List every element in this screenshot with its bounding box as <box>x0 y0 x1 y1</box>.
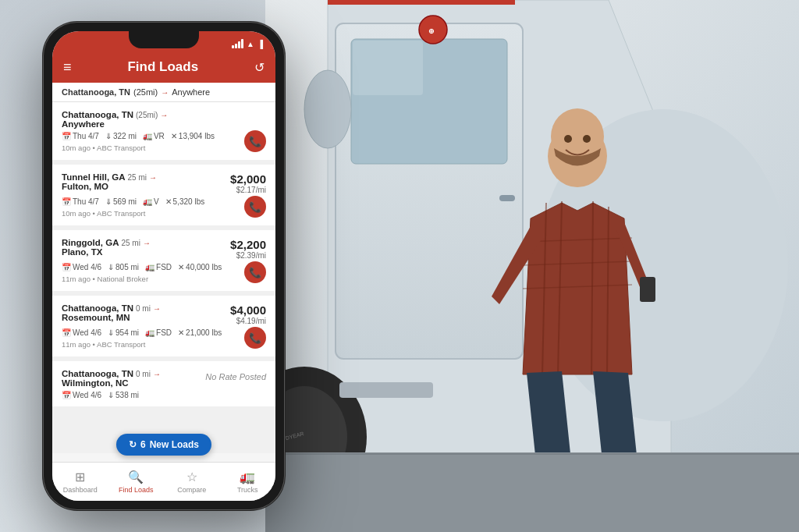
load-time-broker: 10m ago • ABC Transport <box>62 144 145 152</box>
load-destination: Wilmington, NC <box>62 378 205 388</box>
load-miles: ⇓ 322 mi <box>105 132 137 140</box>
load-route: Chattanooga, TN 0 mi → Rosemount, MN <box>62 303 230 322</box>
load-date: 📅 Thu 4/7 <box>62 197 99 206</box>
miles-icon: ⇓ <box>108 391 114 399</box>
load-route: Chattanooga, TN (25mi) → Anywhere <box>62 110 266 129</box>
new-loads-button[interactable]: ↻ 6 New Loads <box>116 434 211 456</box>
weight-icon: ✕ <box>171 132 177 140</box>
signal-strength-icon <box>232 39 243 48</box>
origin-distance: 25 mi <box>121 239 140 247</box>
load-route: Chattanooga, TN 0 mi → Wilmington, NC <box>62 369 205 388</box>
load-time-broker: 11m ago • ABC Transport <box>62 340 145 349</box>
menu-icon[interactable]: ≡ <box>63 60 72 74</box>
new-loads-count: 6 <box>140 439 146 450</box>
load-miles: ⇓ 569 mi <box>105 197 137 206</box>
load-details: 📅 Wed 4/6 ⇓ 538 mi <box>62 391 266 399</box>
load-card[interactable]: Ringgold, GA 25 mi → Plano, TX $2,200 $2… <box>52 230 275 291</box>
calendar-icon: 📅 <box>62 263 71 271</box>
svg-rect-28 <box>339 382 433 398</box>
load-details: 📅 Thu 4/7 ⇓ 569 mi 🚛 V ✕ <box>62 197 266 206</box>
origin-dist: (25mi) <box>133 87 158 97</box>
load-destination: Anywhere <box>62 119 266 129</box>
miles-icon: ⇓ <box>105 197 112 206</box>
load-card[interactable]: Chattanooga, TN 0 mi → Wilmington, NC No… <box>52 361 275 406</box>
origin-distance: (25mi) <box>136 111 158 119</box>
load-price-no-rate: No Rate Posted <box>205 369 266 383</box>
truck-icon: 🚛 <box>145 263 154 271</box>
truck-icon: 🚛 <box>143 197 152 206</box>
load-destination: Fulton, MO <box>62 182 230 191</box>
load-origin: Chattanooga, TN (25mi) → <box>62 110 266 119</box>
svg-rect-11 <box>328 0 515 5</box>
load-date: 📅 Thu 4/7 <box>62 132 99 140</box>
nav-item-dashboard[interactable]: ⊞ Dashboard <box>52 466 108 497</box>
load-destination: Plano, TX <box>62 247 230 257</box>
load-route: Ringgold, GA 25 mi → Plano, TX <box>62 238 230 257</box>
call-button[interactable]: 📞 <box>244 130 266 152</box>
app-header: ≡ Find Loads ↺ <box>52 53 275 83</box>
call-button[interactable]: 📞 <box>244 261 266 283</box>
origin-distance: 25 mi <box>128 173 147 182</box>
load-truck-type: 🚛 V <box>143 197 159 206</box>
price-amount: $4,000 <box>230 303 266 317</box>
weight-icon: ✕ <box>178 328 184 337</box>
load-weight: ✕ 13,904 lbs <box>171 132 215 140</box>
load-truck-type: 🚛 FSD <box>145 328 172 337</box>
nav-item-trucks[interactable]: 🚛 Trucks <box>220 466 276 497</box>
miles-icon: ⇓ <box>108 328 114 337</box>
load-card-header: Ringgold, GA 25 mi → Plano, TX $2,200 $2… <box>62 238 266 260</box>
svg-rect-20 <box>640 277 655 302</box>
load-details: 📅 Wed 4/6 ⇓ 954 mi 🚛 FSD ✕ <box>62 328 266 337</box>
weight-icon: ✕ <box>165 197 172 206</box>
load-truck-type: 🚛 FSD <box>145 263 172 271</box>
destination-city: Anywhere <box>172 87 210 97</box>
load-time-broker: 11m ago • National Broker <box>62 275 148 283</box>
refresh-icon[interactable]: ↺ <box>254 60 265 75</box>
load-card-header: Chattanooga, TN 0 mi → Wilmington, NC No… <box>62 369 266 388</box>
load-weight: ✕ 21,000 lbs <box>178 328 222 337</box>
load-details: 📅 Thu 4/7 ⇓ 322 mi 🚛 VR ✕ <box>62 132 266 140</box>
truck-icon: 🚛 <box>145 328 154 337</box>
svg-rect-26 <box>265 452 799 532</box>
route-arrow-icon: → <box>143 239 151 247</box>
nav-item-find-loads[interactable]: 🔍 Find Loads <box>108 466 165 497</box>
nav-item-compare[interactable]: ☆ Compare <box>164 466 220 497</box>
call-button[interactable]: 📞 <box>244 327 266 349</box>
load-truck-type: 🚛 VR <box>143 132 165 140</box>
route-arrow-icon: → <box>153 370 161 378</box>
call-button[interactable]: 📞 <box>244 196 266 218</box>
svg-text:⊕: ⊕ <box>428 27 435 35</box>
refresh-icon: ↻ <box>129 439 137 450</box>
load-meta: 10m ago • ABC Transport <box>62 144 266 152</box>
load-card[interactable]: Chattanooga, TN 0 mi → Rosemount, MN $4,… <box>52 296 275 356</box>
svg-point-25 <box>583 135 591 143</box>
load-miles: ⇓ 954 mi <box>108 328 139 337</box>
weight-icon: ✕ <box>178 263 184 271</box>
battery-icon: ▐ <box>257 40 263 48</box>
route-arrow-icon: → <box>153 304 161 313</box>
load-weight: ✕ 5,320 lbs <box>165 197 205 206</box>
load-miles: ⇓ 805 mi <box>108 263 139 271</box>
load-details: 📅 Wed 4/6 ⇓ 805 mi 🚛 FSD ✕ <box>62 263 266 271</box>
origin-distance: 0 mi <box>136 370 151 378</box>
load-meta: 11m ago • ABC Transport <box>62 340 266 349</box>
load-meta: 11m ago • National Broker <box>62 275 266 283</box>
phone-frame: ▲ ▐ ≡ Find Loads ↺ Chattanooga, TN (25mi… <box>43 22 285 510</box>
phone-device: ▲ ▐ ≡ Find Loads ↺ Chattanooga, TN (25mi… <box>43 22 285 510</box>
nav-label: Find Loads <box>119 486 154 494</box>
new-loads-label: New Loads <box>150 439 199 450</box>
nav-label: Dashboard <box>63 486 98 494</box>
load-card[interactable]: Tunnel Hill, GA 25 mi → Fulton, MO $2,00… <box>52 165 275 225</box>
load-card[interactable]: Chattanooga, TN (25mi) → Anywhere 📅 Thu … <box>52 102 275 160</box>
price-amount: $2,200 <box>230 238 266 251</box>
price-per-mile: $2.39/mi <box>230 251 266 260</box>
route-filter-bar[interactable]: Chattanooga, TN (25mi) → Anywhere <box>52 83 275 102</box>
load-date: 📅 Wed 4/6 <box>62 391 101 399</box>
load-weight: ✕ 40,000 lbs <box>178 263 222 271</box>
nav-label: Compare <box>177 486 206 494</box>
load-card-header: Chattanooga, TN (25mi) → Anywhere <box>62 110 266 129</box>
load-date: 📅 Wed 4/6 <box>62 263 101 271</box>
load-origin: Ringgold, GA 25 mi → <box>62 238 230 247</box>
route-arrow-icon: → <box>160 111 168 119</box>
load-route: Tunnel Hill, GA 25 mi → Fulton, MO <box>62 172 230 191</box>
